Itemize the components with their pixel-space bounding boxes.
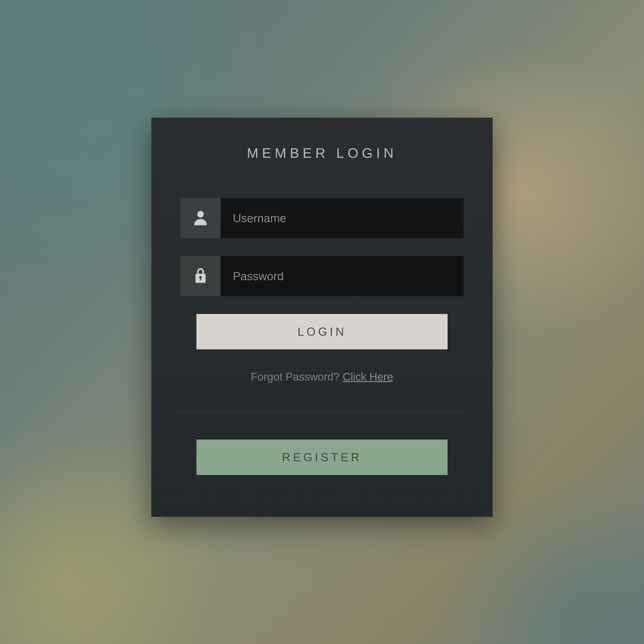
- forgot-password-line: Forgot Password? Click Here: [180, 370, 464, 383]
- user-icon: [193, 209, 208, 227]
- password-input[interactable]: [221, 256, 464, 296]
- forgot-password-text: Forgot Password?: [251, 370, 343, 383]
- username-row: [180, 198, 464, 238]
- user-icon-box: [180, 198, 221, 238]
- lock-icon: [193, 267, 208, 285]
- lock-icon-box: [180, 256, 221, 296]
- login-button[interactable]: LOGIN: [196, 314, 448, 349]
- page-title: MEMBER LOGIN: [180, 145, 464, 161]
- register-button[interactable]: REGISTER: [196, 440, 448, 475]
- username-input[interactable]: [221, 198, 464, 238]
- forgot-password-link[interactable]: Click Here: [343, 370, 393, 383]
- login-card: MEMBER LOGIN LOGIN Forgot Password? Clic…: [151, 118, 493, 517]
- password-row: [180, 256, 464, 296]
